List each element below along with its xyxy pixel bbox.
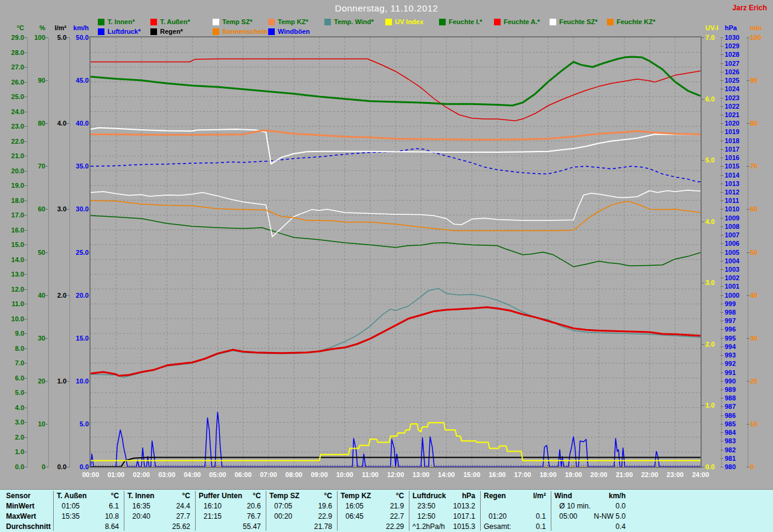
table-cell: 22.9: [266, 511, 332, 521]
axis-label: 1028: [725, 51, 739, 58]
axis-label: 1029: [725, 42, 739, 50]
axis-tick: [746, 166, 749, 167]
axis-label: 8.0: [15, 345, 24, 352]
table-cell: 21.78: [266, 522, 332, 531]
axis-label: 24.0: [11, 108, 24, 115]
legend-swatch-icon: [268, 28, 275, 35]
legend-item: Feuchte I.*: [439, 18, 483, 25]
axis-tick: [720, 184, 723, 184]
axis-tick: [24, 230, 27, 231]
table-cell: °C: [195, 491, 261, 501]
axis-label: 20.0: [11, 167, 24, 175]
axis-tick: [720, 355, 723, 356]
legend-label: Luftdruck*: [107, 28, 141, 35]
axis-label: 991: [725, 369, 736, 376]
table-cell: 27.7: [124, 511, 190, 521]
axis-tick: [720, 269, 723, 270]
legend-label: Windböen: [278, 28, 310, 35]
axis-tick: [24, 141, 27, 142]
axis-tick: [66, 123, 69, 124]
axis-tick: [24, 37, 27, 38]
x-axis-label: 14:00: [433, 471, 460, 478]
axis-label: 999: [725, 300, 736, 307]
axis-tick: [720, 132, 723, 132]
axis-tick: [720, 226, 723, 227]
axis-label: 982: [725, 446, 736, 453]
axis-tick: [24, 452, 27, 452]
axis-tick: [87, 295, 90, 296]
x-axis-label: 15:00: [458, 471, 485, 478]
axis-tick: [746, 381, 749, 382]
axis-tick: [720, 63, 723, 64]
legend-swatch-icon: [607, 19, 614, 25]
table-cell: 24.4: [124, 501, 190, 511]
axis-header-pct: %: [39, 24, 45, 31]
axis-tick: [720, 98, 723, 98]
axis-tick: [720, 158, 723, 158]
axis-label: 990: [725, 377, 736, 385]
axis-label: 5.0: [57, 34, 66, 41]
axis-label: 13.0: [11, 271, 24, 278]
weather-chart-window: Donnerstag, 11.10.2012 Jarz Erich T. Inn…: [0, 0, 773, 532]
axis-tick: [701, 283, 704, 283]
legend-label: T. Innen*: [107, 18, 135, 25]
axis-label: 1005: [725, 249, 739, 256]
table-cell: °C: [337, 491, 404, 501]
axis-label: 6.0: [705, 95, 714, 103]
axis-header-c: °C: [17, 24, 24, 31]
axis-tick: [701, 405, 704, 406]
axis-tick: [24, 289, 27, 290]
axis-tick: [720, 321, 723, 321]
axis-label: 16.0: [11, 226, 24, 234]
axis-label: 1018: [725, 137, 739, 144]
axis-label: 100: [34, 34, 45, 41]
legend-item: Luftdruck*: [98, 28, 141, 35]
axis-tick: [720, 252, 723, 253]
axis-label: 60: [38, 205, 45, 213]
x-axis-label: 24:00: [687, 471, 714, 478]
axis-label: 14.0: [11, 256, 24, 263]
table-cell: 55.47: [195, 522, 261, 531]
axis-tick: [746, 467, 749, 467]
legend-label: Feuchte A.*: [504, 18, 540, 25]
legend-item: Windböen: [268, 28, 310, 35]
axis-label: 80: [38, 120, 45, 127]
axis-tick: [746, 80, 749, 81]
axis-tick: [24, 53, 27, 53]
axis-label: 20: [38, 377, 45, 385]
legend-item: Temp SZ*: [213, 18, 252, 25]
axis-tick: [24, 245, 27, 245]
axis-tick: [87, 123, 90, 124]
axis-label: 1015: [725, 162, 739, 170]
axis-tick: [24, 185, 27, 186]
axis-label: 998: [725, 309, 736, 316]
axis-label: 50: [750, 249, 757, 256]
axis-tick: [45, 338, 48, 339]
legend-label: Temp. Wind*: [334, 18, 374, 25]
legend-label: Temp KZ*: [278, 18, 309, 25]
legend-swatch-icon: [98, 28, 104, 35]
axis-tick: [45, 123, 48, 124]
axis-header-hpa: hPa: [725, 24, 737, 31]
axis-label: 18.0: [11, 197, 24, 204]
axis-label: 1.0: [705, 402, 714, 409]
axis-tick: [720, 235, 723, 236]
x-axis-label: 04:00: [179, 471, 205, 478]
x-axis-label: 06:00: [230, 471, 257, 478]
table-row-label: MinWert: [6, 501, 34, 511]
axis-tick: [87, 424, 90, 425]
axis-tick: [701, 160, 704, 161]
table-cell: N-NW 5.0: [551, 511, 626, 521]
axis-tick: [24, 422, 27, 423]
axis-label: 992: [725, 360, 736, 367]
axis-label: 80: [750, 120, 757, 127]
axis-tick: [720, 338, 723, 339]
axis-tick: [720, 424, 723, 425]
axis-tick: [45, 80, 48, 81]
axis-label: 1002: [725, 274, 739, 281]
axis-tick: [720, 373, 723, 373]
axis-tick: [720, 312, 723, 313]
legend-label: T. Außen*: [160, 18, 190, 25]
axis-tick: [24, 171, 27, 171]
axis-label: 90: [750, 77, 757, 84]
